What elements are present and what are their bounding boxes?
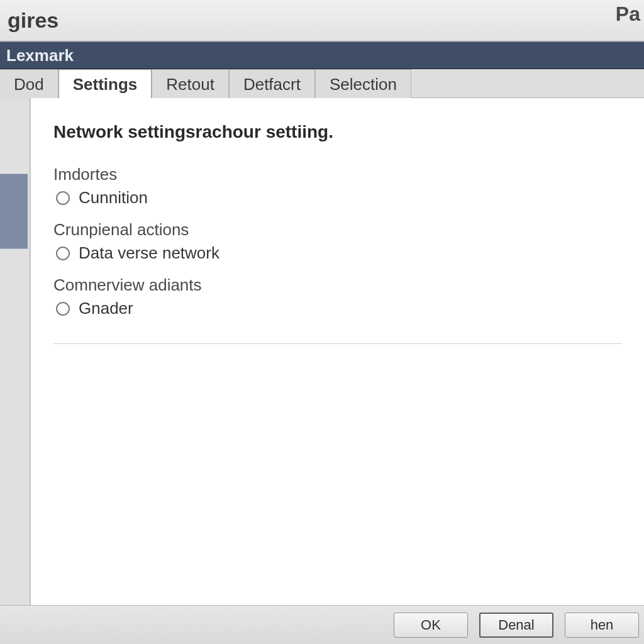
radio-icon[interactable]: [56, 247, 70, 260]
tab-settings[interactable]: Settings: [58, 69, 152, 98]
radio-label: Data verse network: [79, 243, 219, 263]
ok-button[interactable]: OK: [394, 613, 468, 638]
dialog-window: gires Pa Lexmark Dod Settings Retout Det…: [0, 0, 644, 644]
subheader-label: Lexmark: [6, 46, 74, 65]
help-button[interactable]: hen: [565, 613, 639, 638]
titlebar: gires Pa: [0, 0, 644, 42]
divider: [53, 343, 621, 344]
tab-detfacrt[interactable]: Detfacrt: [229, 69, 315, 98]
radio-row-cunnition[interactable]: Cunnition: [56, 188, 621, 208]
group-label-3: Comnerview adiants: [53, 275, 621, 295]
window-title: gires: [8, 8, 58, 33]
workspace: Network settingsrachour settiing. Imdort…: [0, 98, 644, 605]
sidebar: [0, 98, 30, 605]
subheader-bar: Lexmark: [0, 42, 644, 69]
radio-row-data-verse[interactable]: Data verse network: [56, 243, 621, 263]
tabstrip: Dod Settings Retout Detfacrt Selection: [0, 69, 644, 98]
radio-icon[interactable]: [56, 302, 70, 316]
titlebar-corner-label: Pa: [616, 3, 640, 26]
section-title: Network settingsrachour settiing.: [53, 122, 621, 142]
tab-selection[interactable]: Selection: [315, 69, 411, 98]
tab-dod[interactable]: Dod: [0, 69, 58, 98]
sidebar-active-marker[interactable]: [0, 174, 28, 249]
tab-retout[interactable]: Retout: [152, 69, 229, 98]
group-label-1: Imdortes: [53, 165, 621, 184]
radio-label: Gnader: [79, 299, 133, 318]
radio-row-gnader[interactable]: Gnader: [56, 299, 621, 318]
radio-label: Cunnition: [79, 188, 148, 208]
group-label-2: Crunpienal actions: [53, 220, 621, 240]
cancel-button[interactable]: Denal: [479, 613, 553, 638]
radio-icon[interactable]: [56, 191, 70, 205]
dialog-footer: OK Denal hen: [0, 605, 644, 644]
content-panel: Network settingsrachour settiing. Imdort…: [30, 98, 644, 605]
